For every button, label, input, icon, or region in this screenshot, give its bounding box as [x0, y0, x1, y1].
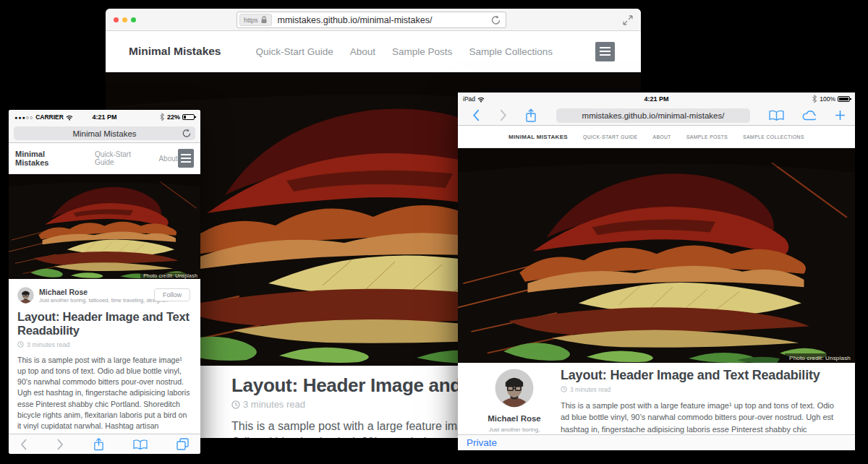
browser-chrome: https mmistakes.github.io/minimal-mistak…	[106, 9, 641, 31]
back-icon[interactable]	[20, 439, 27, 450]
safari-toolbar: mmistakes.github.io/minimal-mistakes/	[458, 106, 855, 126]
site-masthead: Minimal Mistakes Quick-Start Guide About	[9, 143, 200, 174]
battery-icon	[838, 96, 850, 102]
clock-icon	[17, 341, 24, 348]
lock-icon	[260, 16, 268, 24]
bookmarks-icon[interactable]	[769, 110, 784, 121]
private-button[interactable]: Private	[467, 437, 497, 448]
window-controls	[114, 17, 136, 22]
address-bar[interactable]: https mmistakes.github.io/minimal-mistak…	[237, 12, 506, 28]
fullscreen-icon[interactable]	[622, 14, 634, 26]
nav-link-quick-start-guide[interactable]: QUICK-START GUIDE	[583, 134, 638, 139]
nav-link-sample-posts[interactable]: Sample Posts	[392, 46, 452, 57]
icloud-tabs-icon[interactable]	[801, 110, 816, 121]
safari-bottom-toolbar	[9, 434, 200, 454]
back-icon[interactable]	[472, 109, 480, 121]
ipad-screen: iPad 4:21 PM 100% mmistakes.github.io/mi…	[458, 93, 855, 450]
forward-icon[interactable]	[499, 109, 507, 121]
share-icon[interactable]	[93, 437, 105, 451]
avatar	[495, 369, 534, 408]
clock-icon	[231, 400, 240, 409]
site-brand-link[interactable]: Minimal Mistakes	[15, 150, 72, 167]
avatar	[17, 287, 34, 304]
leaves-photo	[458, 148, 855, 363]
nav-link-about[interactable]: ABOUT	[653, 134, 671, 139]
read-time: 3 minutes read	[27, 341, 70, 348]
post-title: Layout: Header Image and Text Readabilit…	[17, 310, 192, 338]
nav-link-about[interactable]: About	[158, 155, 177, 163]
author-bio: Just another boring, tattooed, time trav…	[480, 426, 549, 434]
post-content: Michael Rose Just another boring, tattoo…	[9, 279, 200, 434]
minimize-window-button[interactable]	[122, 17, 127, 22]
close-window-button[interactable]	[114, 17, 119, 22]
author-sidebar: Michael Rose Just another boring, tattoo…	[480, 369, 549, 434]
share-icon[interactable]	[524, 108, 537, 122]
post-meta: 3 minutes read	[17, 341, 192, 348]
header-image: Photo credit: Unsplash	[458, 148, 855, 363]
safari-url-row: Minimal Mistakes	[9, 124, 200, 143]
author-bio: Just another boring, tattooed, time trav…	[39, 297, 169, 304]
photo-credit-badge: Photo credit: Unsplash	[785, 353, 855, 363]
address-bar[interactable]: Minimal Mistakes	[14, 126, 195, 140]
nav-link-sample-collections[interactable]: SAMPLE COLLECTIONS	[743, 134, 804, 139]
url-text: mmistakes.github.io/minimal-mistakes/	[582, 111, 725, 120]
https-label: https	[244, 17, 258, 24]
nav-link-about[interactable]: About	[350, 46, 375, 57]
private-browsing-bar: Private	[458, 434, 855, 450]
author-row: Michael Rose Just another boring, tattoo…	[17, 287, 192, 304]
author-name: Michael Rose	[39, 288, 169, 296]
promo-canvas: https mmistakes.github.io/minimal-mistak…	[0, 0, 868, 464]
nav-link-quick-start-guide[interactable]: Quick-Start Guide	[256, 46, 333, 57]
header-image: Photo credit: Unsplash	[9, 174, 200, 279]
menu-button[interactable]	[595, 42, 615, 61]
post-content: Michael Rose Just another boring, tattoo…	[458, 363, 855, 434]
post-meta: 3 minutes read	[561, 386, 839, 393]
url-text: Minimal Mistakes	[72, 129, 136, 138]
nav-link-quick-start-guide[interactable]: Quick-Start Guide	[95, 150, 144, 166]
clock-icon	[561, 386, 567, 392]
menu-button[interactable]	[178, 149, 194, 168]
site-brand-link[interactable]: MINIMAL MISTAKES	[509, 134, 568, 140]
post-title: Layout: Header Image and Text Readabilit…	[561, 369, 839, 383]
https-badge: https	[239, 14, 272, 26]
follow-button[interactable]: Follow	[154, 288, 190, 301]
battery-icon	[182, 114, 195, 120]
author-name: Michael Rose	[488, 414, 541, 423]
status-time: 4:21 PM	[458, 95, 855, 103]
photo-credit-badge: Photo credit: Unsplash	[140, 272, 200, 279]
nav-link-sample-collections[interactable]: Sample Collections	[469, 46, 553, 57]
site-masthead: Minimal Mistakes Quick-Start Guide About…	[106, 31, 641, 72]
bookmarks-icon[interactable]	[133, 439, 148, 450]
iphone-screen: ●●●○○ CARRIER 4:21 PM 22% Minimal Mistak…	[9, 110, 200, 454]
iphone-status-bar: ●●●○○ CARRIER 4:21 PM 22%	[9, 110, 200, 124]
new-tab-icon[interactable]	[835, 110, 846, 121]
tabs-icon[interactable]	[176, 438, 189, 450]
zoom-window-button[interactable]	[131, 17, 136, 22]
leaves-photo	[9, 174, 200, 279]
url-text: mmistakes.github.io/minimal-mistakes/	[278, 15, 433, 25]
site-brand-link[interactable]: Minimal Mistakes	[129, 45, 221, 58]
reload-icon[interactable]	[182, 129, 191, 138]
address-bar[interactable]: mmistakes.github.io/minimal-mistakes/	[556, 108, 750, 123]
read-time: 3 minutes read	[570, 386, 610, 393]
read-time: 3 minutes read	[243, 399, 305, 410]
site-masthead: MINIMAL MISTAKES QUICK-START GUIDE ABOUT…	[458, 126, 855, 148]
nav-link-sample-posts[interactable]: SAMPLE POSTS	[686, 134, 728, 139]
reload-icon[interactable]	[490, 15, 501, 25]
ipad-status-bar: iPad 4:21 PM 100%	[458, 93, 855, 106]
post-body: This is a sample post with a large featu…	[561, 400, 839, 434]
post-body: This is a sample post with a large featu…	[17, 355, 192, 434]
forward-icon[interactable]	[56, 439, 64, 450]
status-time: 4:21 PM	[9, 113, 200, 121]
